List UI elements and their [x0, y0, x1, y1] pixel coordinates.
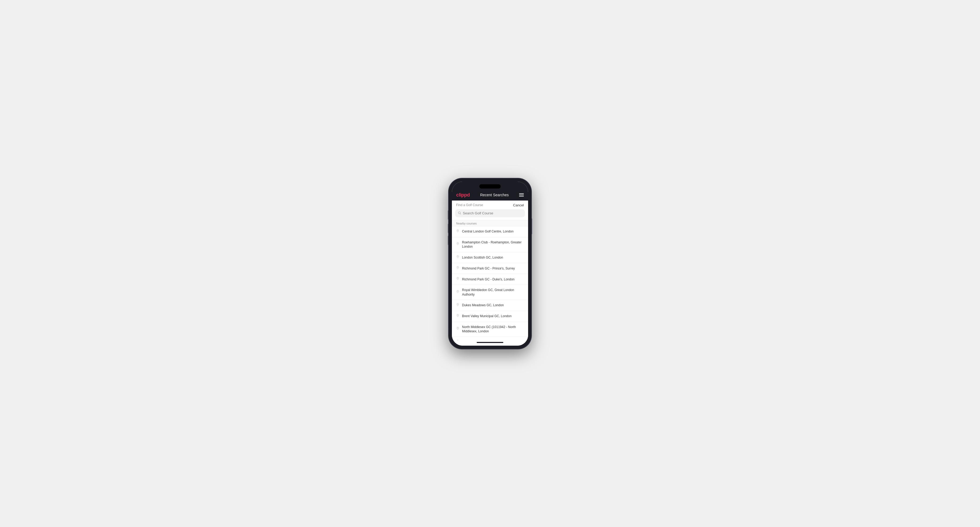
- course-name: London Scottish GC, London: [462, 256, 503, 260]
- list-item[interactable]: Central London Golf Centre, London: [452, 226, 528, 237]
- menu-line-1: [519, 193, 524, 194]
- list-item[interactable]: Roehampton Club - Roehampton, Greater Lo…: [452, 237, 528, 252]
- location-pin-icon: [456, 314, 459, 319]
- home-indicator-area: [452, 340, 528, 346]
- location-pin-icon: [456, 266, 459, 271]
- list-item[interactable]: Richmond Park GC - Duke's, London: [452, 274, 528, 285]
- list-item[interactable]: Royal Wimbledon GC, Great London Authori…: [452, 285, 528, 300]
- course-name: Dukes Meadows GC, London: [462, 303, 504, 308]
- main-content: Find a Golf Course Cancel Nearby courses: [452, 200, 528, 340]
- svg-point-10: [458, 328, 458, 329]
- course-name: Roehampton Club - Roehampton, Greater Lo…: [462, 240, 524, 249]
- svg-point-9: [458, 315, 458, 316]
- svg-point-7: [458, 291, 458, 292]
- list-item[interactable]: London Scottish GC, London: [452, 252, 528, 263]
- menu-line-2: [519, 195, 524, 195]
- course-name: Richmond Park GC - Prince's, Surrey: [462, 266, 515, 271]
- location-pin-icon: [456, 242, 459, 247]
- search-box: [455, 209, 525, 217]
- app-header: clippd Recent Searches: [452, 190, 528, 200]
- course-name: Royal Wimbledon GC, Great London Authori…: [462, 288, 524, 297]
- location-pin-icon: [456, 303, 459, 308]
- course-name: Brent Valley Municipal GC, London: [462, 314, 512, 319]
- app-logo: clippd: [456, 192, 470, 198]
- search-container: [452, 209, 528, 220]
- header-title: Recent Searches: [480, 193, 509, 197]
- phone-device: clippd Recent Searches Find a Golf Cours…: [449, 178, 531, 349]
- phone-screen: clippd Recent Searches Find a Golf Cours…: [452, 182, 528, 346]
- find-label: Find a Golf Course: [456, 203, 483, 207]
- svg-line-1: [460, 213, 461, 214]
- search-icon: [458, 211, 461, 216]
- svg-point-2: [458, 230, 458, 231]
- menu-icon[interactable]: [519, 193, 524, 197]
- menu-line-3: [519, 196, 524, 197]
- list-item[interactable]: Richmond Park GC - Prince's, Surrey: [452, 263, 528, 274]
- search-input[interactable]: [463, 211, 522, 215]
- svg-point-8: [458, 304, 458, 305]
- course-name: North Middlesex GC (1011942 - North Midd…: [462, 325, 524, 334]
- svg-point-0: [458, 212, 460, 214]
- list-item[interactable]: Brent Valley Municipal GC, London: [452, 311, 528, 322]
- location-pin-icon: [456, 290, 459, 295]
- location-pin-icon: [456, 229, 459, 234]
- location-pin-icon: [456, 277, 459, 282]
- course-name: Central London Golf Centre, London: [462, 229, 514, 234]
- nearby-section-label: Nearby courses: [452, 220, 528, 226]
- list-item[interactable]: North Middlesex GC (1011942 - North Midd…: [452, 322, 528, 337]
- home-indicator: [477, 342, 503, 343]
- course-name: Richmond Park GC - Duke's, London: [462, 277, 514, 282]
- cancel-button[interactable]: Cancel: [513, 203, 524, 207]
- svg-point-3: [458, 243, 458, 244]
- list-item[interactable]: Dukes Meadows GC, London: [452, 300, 528, 311]
- courses-list: Central London Golf Centre, London Roeha…: [452, 226, 528, 340]
- svg-point-5: [458, 267, 458, 268]
- notch-area: [452, 182, 528, 190]
- dynamic-island: [479, 184, 501, 189]
- location-pin-icon: [456, 255, 459, 260]
- find-bar: Find a Golf Course Cancel: [452, 200, 528, 209]
- svg-point-4: [458, 256, 458, 257]
- svg-point-6: [458, 278, 458, 279]
- location-pin-icon: [456, 327, 459, 332]
- list-item[interactable]: Coombe Hill GC, Kingston upon Thames: [452, 337, 528, 340]
